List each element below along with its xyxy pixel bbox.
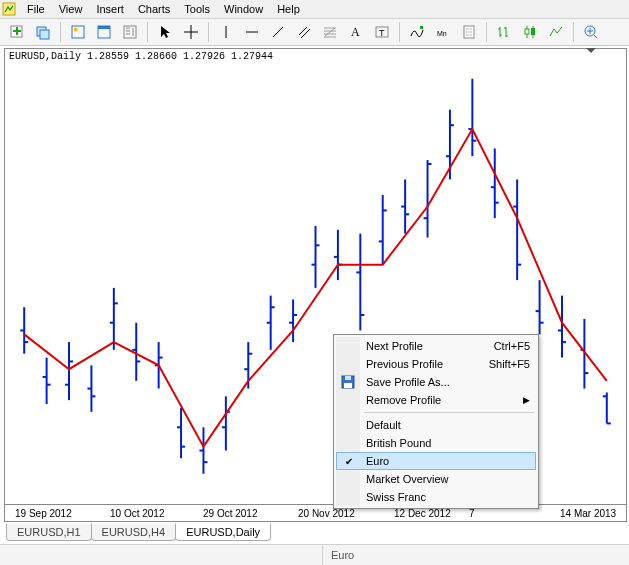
menu-item-save-profile-as[interactable]: Save Profile As... <box>336 373 536 391</box>
bar-chart-button[interactable] <box>492 20 516 44</box>
date-tick: 10 Oct 2012 <box>110 508 164 519</box>
zoom-in-button[interactable] <box>579 20 603 44</box>
menu-insert[interactable]: Insert <box>89 2 131 16</box>
submenu-arrow-icon: ▶ <box>523 395 530 405</box>
toolbar-separator <box>399 22 400 42</box>
svg-text:T: T <box>379 28 385 38</box>
menu-item-label: Market Overview <box>366 473 449 485</box>
menu-item-label: Save Profile As... <box>366 376 450 388</box>
cursor-button[interactable] <box>153 20 177 44</box>
period-button[interactable]: Mn <box>431 20 455 44</box>
indicator-button[interactable] <box>405 20 429 44</box>
context-menu-separator <box>364 412 534 413</box>
toolbar-separator <box>486 22 487 42</box>
template-button[interactable] <box>457 20 481 44</box>
toolbar-separator <box>60 22 61 42</box>
tab-eurusd-h1[interactable]: EURUSD,H1 <box>6 523 92 541</box>
profiles-button[interactable] <box>31 20 55 44</box>
date-tick: 19 Sep 2012 <box>15 508 72 519</box>
menu-item-label: Next Profile <box>366 340 423 352</box>
chart-symbol-label: EURUSD,Daily <box>9 51 81 62</box>
horizontal-line-button[interactable] <box>240 20 264 44</box>
toolbar-separator <box>208 22 209 42</box>
menubar: File View Insert Charts Tools Window Hel… <box>0 0 629 19</box>
menu-item-label: Euro <box>366 455 389 467</box>
menu-item-remove-profile[interactable]: Remove Profile ▶ <box>336 391 536 409</box>
menu-charts[interactable]: Charts <box>131 2 177 16</box>
menu-item-label: Previous Profile <box>366 358 443 370</box>
svg-rect-12 <box>420 26 423 29</box>
menu-item-shortcut: Ctrl+F5 <box>494 340 530 352</box>
menu-window[interactable]: Window <box>217 2 270 16</box>
statusbar: Euro <box>0 544 629 565</box>
menu-tools[interactable]: Tools <box>177 2 217 16</box>
svg-rect-7 <box>98 26 110 29</box>
date-tick: 14 Mar 2013 <box>560 508 616 519</box>
navigator-button[interactable] <box>92 20 116 44</box>
chart-tabs: EURUSD,H1 EURUSD,H4 EURUSD,Daily <box>6 521 629 541</box>
menu-item-label: Swiss Franc <box>366 491 426 503</box>
chart-price-label: 1.28559 1.28660 1.27926 1.27944 <box>87 51 273 62</box>
fibonacci-button[interactable] <box>318 20 342 44</box>
menu-item-previous-profile[interactable]: Previous Profile Shift+F5 <box>336 355 536 373</box>
equidistant-channel-button[interactable] <box>292 20 316 44</box>
menu-item-shortcut: Shift+F5 <box>489 358 530 370</box>
toolbar-separator <box>147 22 148 42</box>
date-tick: 12 Dec 2012 <box>394 508 451 519</box>
menu-help[interactable]: Help <box>270 2 307 16</box>
vertical-line-button[interactable] <box>214 20 238 44</box>
crosshair-button[interactable] <box>179 20 203 44</box>
market-watch-button[interactable] <box>66 20 90 44</box>
tab-eurusd-h4[interactable]: EURUSD,H4 <box>91 523 177 541</box>
svg-rect-4 <box>72 26 84 38</box>
menu-item-label: British Pound <box>366 437 431 449</box>
menu-item-profile-euro[interactable]: ✔ Euro <box>336 452 536 470</box>
terminal-button[interactable] <box>118 20 142 44</box>
toolbar-separator <box>573 22 574 42</box>
svg-text:A: A <box>351 25 360 39</box>
date-tick: 20 Nov 2012 <box>298 508 355 519</box>
menu-item-profile-swiss-franc[interactable]: Swiss Franc <box>336 488 536 506</box>
profiles-context-menu: Next Profile Ctrl+F5 Previous Profile Sh… <box>333 334 539 509</box>
svg-rect-100 <box>344 383 352 388</box>
trendline-button[interactable] <box>266 20 290 44</box>
menu-item-label: Remove Profile <box>366 394 441 406</box>
status-profile-label: Euro <box>331 549 354 561</box>
menu-item-profile-british-pound[interactable]: British Pound <box>336 434 536 452</box>
menu-item-label: Default <box>366 419 401 431</box>
app-icon <box>2 2 16 16</box>
chart-dropdown-icon[interactable] <box>586 48 596 53</box>
svg-text:Mn: Mn <box>437 30 447 37</box>
date-tick: 7 <box>469 508 475 519</box>
menu-item-profile-default[interactable]: Default <box>336 416 536 434</box>
chart-title: EURUSD,Daily 1.28559 1.28660 1.27926 1.2… <box>9 51 273 62</box>
svg-rect-3 <box>40 30 49 39</box>
menu-item-next-profile[interactable]: Next Profile Ctrl+F5 <box>336 337 536 355</box>
new-chart-button[interactable] <box>5 20 29 44</box>
date-tick: 29 Oct 2012 <box>203 508 257 519</box>
status-profile-cell: Euro <box>322 545 629 565</box>
menu-item-profile-market-overview[interactable]: Market Overview <box>336 470 536 488</box>
line-chart-button[interactable] <box>544 20 568 44</box>
svg-rect-16 <box>531 28 535 35</box>
text-button[interactable]: A <box>344 20 368 44</box>
menu-file[interactable]: File <box>20 2 52 16</box>
check-icon: ✔ <box>345 456 353 467</box>
candlestick-button[interactable] <box>518 20 542 44</box>
svg-rect-15 <box>525 29 529 34</box>
menu-view[interactable]: View <box>52 2 90 16</box>
toolbar: A T Mn <box>0 19 629 46</box>
text-label-button[interactable]: T <box>370 20 394 44</box>
svg-rect-101 <box>345 376 351 380</box>
svg-rect-5 <box>74 28 77 31</box>
tab-eurusd-daily[interactable]: EURUSD,Daily <box>175 523 271 541</box>
save-icon <box>340 374 356 390</box>
